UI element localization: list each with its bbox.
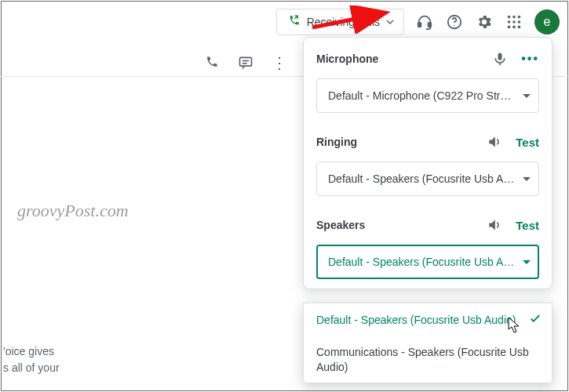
svg-rect-1: [429, 23, 432, 27]
speakers-test-button[interactable]: Test: [516, 219, 539, 232]
microphone-select[interactable]: Default - Microphone (C922 Pro Strea...: [316, 78, 539, 113]
svg-point-5: [512, 16, 516, 19]
phone-forward-icon: [286, 14, 301, 31]
more-icon[interactable]: ⋮: [272, 55, 287, 71]
speakers-value: Default - Speakers (Focusrite Usb Aud...: [328, 256, 516, 268]
svg-point-3: [454, 25, 454, 26]
svg-point-4: [508, 16, 511, 19]
help-icon[interactable]: [445, 13, 464, 31]
speakers-dropdown: Default - Speakers (Focusrite Usb Audio)…: [303, 303, 553, 383]
option-label: Communications - Speakers (Focusrite Usb…: [316, 345, 542, 375]
svg-point-9: [518, 20, 521, 24]
mic-icon[interactable]: [491, 50, 509, 67]
message-icon[interactable]: [237, 54, 254, 71]
check-icon: [528, 311, 542, 329]
phone-icon[interactable]: [202, 54, 220, 71]
dropdown-icon: [523, 260, 531, 264]
chevron-down-icon: [386, 16, 394, 28]
avatar-initial: e: [544, 15, 551, 29]
ringing-test-button[interactable]: Test: [516, 136, 539, 149]
speakers-title: Speakers: [316, 219, 365, 231]
headset-icon[interactable]: [415, 13, 434, 31]
volume-icon: [486, 216, 503, 234]
microphone-value: Default - Microphone (C922 Pro Strea...: [328, 89, 516, 102]
receiving-calls-chip[interactable]: Receiving calls: [276, 9, 404, 35]
ringing-select[interactable]: Default - Speakers (Focusrite Usb Aud...: [316, 162, 539, 196]
volume-icon: [486, 133, 503, 151]
svg-point-12: [518, 26, 521, 29]
ringing-title: Ringing: [316, 136, 357, 148]
speaker-option-communications[interactable]: Communications - Speakers (Focusrite Usb…: [304, 337, 552, 383]
avatar[interactable]: e: [534, 9, 560, 34]
svg-point-7: [508, 20, 511, 24]
hint-text: 'oice gives s all of your: [3, 343, 60, 376]
action-row: ⋮: [0, 47, 298, 78]
option-label: Default - Speakers (Focusrite Usb Audio): [316, 313, 522, 328]
ringing-value: Default - Speakers (Focusrite Usb Aud...: [328, 172, 516, 185]
hint-line1: 'oice gives: [3, 343, 60, 360]
apps-icon[interactable]: [505, 13, 523, 31]
svg-rect-0: [418, 23, 421, 27]
svg-rect-17: [498, 53, 502, 60]
svg-point-10: [508, 26, 511, 29]
audio-settings-panel: Microphone ••• Default - Microphone (C92…: [303, 37, 553, 289]
dropdown-icon: [523, 94, 531, 98]
svg-point-11: [512, 26, 516, 29]
ringing-section: Ringing Test Default - Speakers (Focusri…: [316, 133, 539, 216]
svg-point-6: [518, 16, 521, 19]
microphone-section: Microphone ••• Default - Microphone (C92…: [316, 50, 539, 133]
hint-line2: s all of your: [3, 360, 60, 376]
svg-rect-13: [240, 57, 252, 66]
watermark: groovyPost.com: [17, 201, 129, 221]
dropdown-icon: [523, 177, 531, 181]
svg-point-8: [512, 20, 516, 24]
more-horizontal-icon[interactable]: •••: [521, 52, 539, 66]
speaker-option-default[interactable]: Default - Speakers (Focusrite Usb Audio): [304, 303, 552, 337]
speakers-section: Speakers Test Default - Speakers (Focusr…: [316, 216, 539, 289]
speakers-select[interactable]: Default - Speakers (Focusrite Usb Aud...: [316, 245, 539, 279]
microphone-title: Microphone: [316, 53, 378, 65]
gear-icon[interactable]: [475, 13, 494, 31]
receiving-label: Receiving calls: [307, 16, 380, 28]
